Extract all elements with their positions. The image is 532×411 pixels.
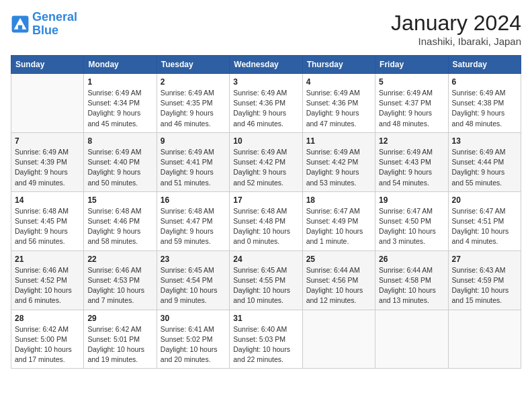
day-number: 26 [379, 255, 444, 264]
day-detail: Sunrise: 6:49 AMSunset: 4:35 PMDaylight:… [161, 88, 226, 129]
day-detail: Sunrise: 6:40 AMSunset: 5:03 PMDaylight:… [233, 324, 298, 365]
header-day-monday: Monday [84, 56, 157, 74]
logo-text: General Blue [32, 11, 77, 38]
day-detail: Sunrise: 6:49 AMSunset: 4:36 PMDaylight:… [233, 88, 298, 129]
header-day-sunday: Sunday [11, 56, 84, 74]
day-cell: 29Sunrise: 6:42 AMSunset: 5:01 PMDayligh… [84, 310, 157, 369]
day-cell: 2Sunrise: 6:49 AMSunset: 4:35 PMDaylight… [157, 74, 229, 133]
day-detail: Sunrise: 6:48 AMSunset: 4:47 PMDaylight:… [161, 206, 226, 247]
day-detail: Sunrise: 6:44 AMSunset: 4:56 PMDaylight:… [306, 265, 371, 306]
day-number: 17 [233, 195, 298, 205]
day-detail: Sunrise: 6:49 AMSunset: 4:39 PMDaylight:… [15, 147, 80, 188]
day-number: 2 [161, 77, 226, 87]
day-cell: 17Sunrise: 6:48 AMSunset: 4:48 PMDayligh… [230, 191, 302, 250]
day-detail: Sunrise: 6:49 AMSunset: 4:41 PMDaylight:… [161, 147, 226, 188]
day-detail: Sunrise: 6:48 AMSunset: 4:48 PMDaylight:… [233, 206, 298, 247]
day-number: 30 [161, 314, 226, 323]
week-row-3: 21Sunrise: 6:46 AMSunset: 4:52 PMDayligh… [11, 250, 521, 310]
day-cell: 5Sunrise: 6:49 AMSunset: 4:37 PMDaylight… [375, 74, 448, 133]
day-cell: 30Sunrise: 6:41 AMSunset: 5:02 PMDayligh… [157, 310, 229, 369]
day-number: 29 [87, 314, 152, 323]
day-cell: 13Sunrise: 6:49 AMSunset: 4:44 PMDayligh… [448, 132, 521, 191]
day-number: 20 [452, 195, 517, 205]
page-header: General Blue January 2024 Inashiki, Ibar… [11, 11, 521, 47]
day-cell: 23Sunrise: 6:45 AMSunset: 4:54 PMDayligh… [157, 250, 229, 310]
day-cell [11, 74, 84, 133]
week-row-0: 1Sunrise: 6:49 AMSunset: 4:34 PMDaylight… [11, 74, 521, 133]
day-number: 24 [233, 255, 298, 264]
day-cell: 20Sunrise: 6:47 AMSunset: 4:51 PMDayligh… [448, 191, 521, 250]
day-number: 28 [15, 314, 80, 323]
day-cell: 25Sunrise: 6:44 AMSunset: 4:56 PMDayligh… [302, 250, 375, 310]
day-cell: 21Sunrise: 6:46 AMSunset: 4:52 PMDayligh… [11, 250, 84, 310]
day-detail: Sunrise: 6:46 AMSunset: 4:53 PMDaylight:… [87, 265, 152, 306]
week-row-4: 28Sunrise: 6:42 AMSunset: 5:00 PMDayligh… [11, 310, 521, 369]
day-cell: 18Sunrise: 6:47 AMSunset: 4:49 PMDayligh… [302, 191, 375, 250]
day-number: 4 [306, 77, 371, 87]
day-number: 21 [15, 255, 80, 264]
day-cell: 14Sunrise: 6:48 AMSunset: 4:45 PMDayligh… [11, 191, 84, 250]
day-detail: Sunrise: 6:42 AMSunset: 5:00 PMDaylight:… [15, 324, 80, 365]
day-number: 15 [87, 195, 152, 205]
day-detail: Sunrise: 6:43 AMSunset: 4:59 PMDaylight:… [452, 265, 517, 306]
day-cell: 9Sunrise: 6:49 AMSunset: 4:41 PMDaylight… [157, 132, 229, 191]
week-row-2: 14Sunrise: 6:48 AMSunset: 4:45 PMDayligh… [11, 191, 521, 250]
day-number: 12 [379, 136, 444, 146]
day-cell: 27Sunrise: 6:43 AMSunset: 4:59 PMDayligh… [448, 250, 521, 310]
logo-line1: General [32, 10, 77, 24]
day-number: 14 [15, 195, 80, 205]
day-number: 25 [306, 255, 371, 264]
svg-rect-2 [18, 25, 22, 29]
day-cell: 19Sunrise: 6:47 AMSunset: 4:50 PMDayligh… [375, 191, 448, 250]
day-cell: 8Sunrise: 6:49 AMSunset: 4:40 PMDaylight… [84, 132, 157, 191]
day-number: 22 [87, 255, 152, 264]
day-detail: Sunrise: 6:48 AMSunset: 4:46 PMDaylight:… [87, 206, 152, 247]
day-cell: 11Sunrise: 6:49 AMSunset: 4:42 PMDayligh… [302, 132, 375, 191]
day-number: 1 [87, 77, 152, 87]
day-detail: Sunrise: 6:44 AMSunset: 4:58 PMDaylight:… [379, 265, 444, 306]
day-cell: 12Sunrise: 6:49 AMSunset: 4:43 PMDayligh… [375, 132, 448, 191]
calendar-table: SundayMondayTuesdayWednesdayThursdayFrid… [11, 55, 521, 369]
day-detail: Sunrise: 6:47 AMSunset: 4:50 PMDaylight:… [379, 206, 444, 247]
day-cell: 1Sunrise: 6:49 AMSunset: 4:34 PMDaylight… [84, 74, 157, 133]
calendar-subtitle: Inashiki, Ibaraki, Japan [391, 36, 521, 47]
day-cell: 3Sunrise: 6:49 AMSunset: 4:36 PMDaylight… [230, 74, 302, 133]
day-cell: 7Sunrise: 6:49 AMSunset: 4:39 PMDaylight… [11, 132, 84, 191]
day-cell: 15Sunrise: 6:48 AMSunset: 4:46 PMDayligh… [84, 191, 157, 250]
day-detail: Sunrise: 6:49 AMSunset: 4:43 PMDaylight:… [379, 147, 444, 188]
day-detail: Sunrise: 6:48 AMSunset: 4:45 PMDaylight:… [15, 206, 80, 247]
day-detail: Sunrise: 6:49 AMSunset: 4:38 PMDaylight:… [452, 88, 517, 129]
day-cell [448, 310, 521, 369]
day-cell: 16Sunrise: 6:48 AMSunset: 4:47 PMDayligh… [157, 191, 229, 250]
day-number: 23 [161, 255, 226, 264]
day-number: 7 [15, 136, 80, 146]
logo: General Blue [11, 11, 77, 38]
day-number: 10 [233, 136, 298, 146]
day-cell: 26Sunrise: 6:44 AMSunset: 4:58 PMDayligh… [375, 250, 448, 310]
day-cell: 10Sunrise: 6:49 AMSunset: 4:42 PMDayligh… [230, 132, 302, 191]
day-detail: Sunrise: 6:42 AMSunset: 5:01 PMDaylight:… [87, 324, 152, 365]
day-detail: Sunrise: 6:49 AMSunset: 4:36 PMDaylight:… [306, 88, 371, 129]
day-cell: 31Sunrise: 6:40 AMSunset: 5:03 PMDayligh… [230, 310, 302, 369]
day-number: 3 [233, 77, 298, 87]
header-day-thursday: Thursday [302, 56, 375, 74]
day-detail: Sunrise: 6:49 AMSunset: 4:40 PMDaylight:… [87, 147, 152, 188]
calendar-header: SundayMondayTuesdayWednesdayThursdayFrid… [11, 56, 521, 74]
day-cell: 28Sunrise: 6:42 AMSunset: 5:00 PMDayligh… [11, 310, 84, 369]
day-number: 16 [161, 195, 226, 205]
day-detail: Sunrise: 6:49 AMSunset: 4:42 PMDaylight:… [233, 147, 298, 188]
day-detail: Sunrise: 6:49 AMSunset: 4:34 PMDaylight:… [87, 88, 152, 129]
header-day-friday: Friday [375, 56, 448, 74]
day-number: 27 [452, 255, 517, 264]
header-day-wednesday: Wednesday [230, 56, 302, 74]
day-detail: Sunrise: 6:49 AMSunset: 4:37 PMDaylight:… [379, 88, 444, 129]
header-row: SundayMondayTuesdayWednesdayThursdayFrid… [11, 56, 521, 74]
day-detail: Sunrise: 6:47 AMSunset: 4:49 PMDaylight:… [306, 206, 371, 247]
day-detail: Sunrise: 6:41 AMSunset: 5:02 PMDaylight:… [161, 324, 226, 365]
day-detail: Sunrise: 6:45 AMSunset: 4:54 PMDaylight:… [161, 265, 226, 306]
day-number: 31 [233, 314, 298, 323]
day-number: 11 [306, 136, 371, 146]
day-cell: 6Sunrise: 6:49 AMSunset: 4:38 PMDaylight… [448, 74, 521, 133]
week-row-1: 7Sunrise: 6:49 AMSunset: 4:39 PMDaylight… [11, 132, 521, 191]
day-number: 18 [306, 195, 371, 205]
